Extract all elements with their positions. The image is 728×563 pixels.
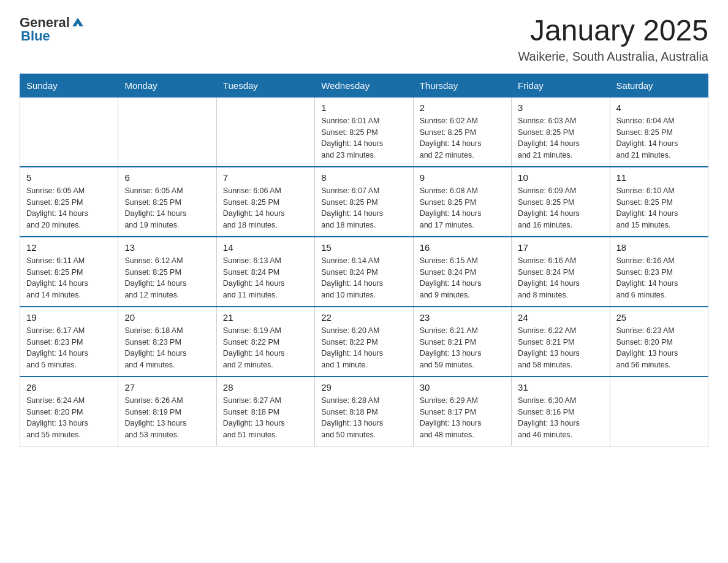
calendar-week-row: 12Sunrise: 6:11 AMSunset: 8:25 PMDayligh…: [20, 237, 708, 307]
calendar-day-cell: 31Sunrise: 6:30 AMSunset: 8:16 PMDayligh…: [512, 377, 610, 446]
day-number: 2: [420, 102, 505, 113]
day-number: 30: [420, 382, 505, 393]
day-info: Sunrise: 6:13 AMSunset: 8:24 PMDaylight:…: [223, 255, 308, 301]
day-header-thursday: Thursday: [413, 74, 511, 97]
calendar-subtitle: Waikerie, South Australia, Australia: [518, 50, 708, 64]
calendar-day-cell: 6Sunrise: 6:05 AMSunset: 8:25 PMDaylight…: [118, 167, 216, 237]
day-header-friday: Friday: [512, 74, 610, 97]
calendar-day-cell: 10Sunrise: 6:09 AMSunset: 8:25 PMDayligh…: [512, 167, 610, 237]
calendar-day-cell: 11Sunrise: 6:10 AMSunset: 8:25 PMDayligh…: [610, 167, 708, 237]
calendar-day-cell: 25Sunrise: 6:23 AMSunset: 8:20 PMDayligh…: [610, 307, 708, 377]
day-info: Sunrise: 6:20 AMSunset: 8:22 PMDaylight:…: [321, 325, 406, 371]
calendar-day-cell: 14Sunrise: 6:13 AMSunset: 8:24 PMDayligh…: [216, 237, 314, 307]
calendar-day-cell: 19Sunrise: 6:17 AMSunset: 8:23 PMDayligh…: [20, 307, 118, 377]
calendar-day-cell: 17Sunrise: 6:16 AMSunset: 8:24 PMDayligh…: [512, 237, 610, 307]
day-info: Sunrise: 6:01 AMSunset: 8:25 PMDaylight:…: [321, 115, 406, 161]
day-number: 26: [26, 382, 112, 393]
day-info: Sunrise: 6:06 AMSunset: 8:25 PMDaylight:…: [223, 185, 308, 231]
logo-blue: Blue: [21, 28, 50, 44]
day-number: 14: [223, 242, 308, 253]
day-number: 19: [26, 312, 112, 323]
calendar-day-cell: [610, 377, 708, 446]
calendar-day-cell: 29Sunrise: 6:28 AMSunset: 8:18 PMDayligh…: [315, 377, 413, 446]
day-info: Sunrise: 6:05 AMSunset: 8:25 PMDaylight:…: [26, 185, 112, 231]
calendar-day-cell: 24Sunrise: 6:22 AMSunset: 8:21 PMDayligh…: [512, 307, 610, 377]
day-header-saturday: Saturday: [610, 74, 708, 97]
day-info: Sunrise: 6:12 AMSunset: 8:25 PMDaylight:…: [124, 255, 210, 301]
day-info: Sunrise: 6:19 AMSunset: 8:22 PMDaylight:…: [223, 325, 308, 371]
day-number: 28: [223, 382, 308, 393]
day-info: Sunrise: 6:26 AMSunset: 8:19 PMDaylight:…: [124, 395, 210, 441]
title-section: January 2025 Waikerie, South Australia, …: [518, 15, 708, 64]
day-number: 5: [26, 172, 112, 183]
day-info: Sunrise: 6:16 AMSunset: 8:23 PMDaylight:…: [616, 255, 702, 301]
calendar-day-cell: 26Sunrise: 6:24 AMSunset: 8:20 PMDayligh…: [20, 377, 118, 446]
calendar-title: January 2025: [518, 15, 708, 47]
logo: General Blue: [20, 15, 85, 44]
calendar-day-cell: 27Sunrise: 6:26 AMSunset: 8:19 PMDayligh…: [118, 377, 216, 446]
day-info: Sunrise: 6:08 AMSunset: 8:25 PMDaylight:…: [420, 185, 505, 231]
day-number: 9: [420, 172, 505, 183]
day-info: Sunrise: 6:18 AMSunset: 8:23 PMDaylight:…: [124, 325, 210, 371]
day-number: 23: [420, 312, 505, 323]
day-info: Sunrise: 6:05 AMSunset: 8:25 PMDaylight:…: [124, 185, 210, 231]
day-number: 6: [124, 172, 210, 183]
page-header: General Blue January 2025 Waikerie, Sout…: [20, 15, 708, 64]
logo-icon: [71, 15, 85, 29]
day-info: Sunrise: 6:03 AMSunset: 8:25 PMDaylight:…: [518, 115, 603, 161]
day-info: Sunrise: 6:28 AMSunset: 8:18 PMDaylight:…: [321, 395, 406, 441]
day-header-tuesday: Tuesday: [216, 74, 314, 97]
day-info: Sunrise: 6:14 AMSunset: 8:24 PMDaylight:…: [321, 255, 406, 301]
calendar-day-cell: 12Sunrise: 6:11 AMSunset: 8:25 PMDayligh…: [20, 237, 118, 307]
calendar-day-cell: 2Sunrise: 6:02 AMSunset: 8:25 PMDaylight…: [413, 97, 511, 167]
day-info: Sunrise: 6:10 AMSunset: 8:25 PMDaylight:…: [616, 185, 702, 231]
calendar-day-cell: 30Sunrise: 6:29 AMSunset: 8:17 PMDayligh…: [413, 377, 511, 446]
calendar-day-cell: 20Sunrise: 6:18 AMSunset: 8:23 PMDayligh…: [118, 307, 216, 377]
day-number: 20: [124, 312, 210, 323]
day-info: Sunrise: 6:09 AMSunset: 8:25 PMDaylight:…: [518, 185, 603, 231]
day-number: 21: [223, 312, 308, 323]
day-number: 17: [518, 242, 603, 253]
day-info: Sunrise: 6:21 AMSunset: 8:21 PMDaylight:…: [420, 325, 505, 371]
day-info: Sunrise: 6:04 AMSunset: 8:25 PMDaylight:…: [616, 115, 702, 161]
calendar-day-cell: 7Sunrise: 6:06 AMSunset: 8:25 PMDaylight…: [216, 167, 314, 237]
calendar-day-cell: 8Sunrise: 6:07 AMSunset: 8:25 PMDaylight…: [315, 167, 413, 237]
calendar-day-cell: 23Sunrise: 6:21 AMSunset: 8:21 PMDayligh…: [413, 307, 511, 377]
day-number: 4: [616, 102, 702, 113]
day-number: 27: [124, 382, 210, 393]
calendar-week-row: 19Sunrise: 6:17 AMSunset: 8:23 PMDayligh…: [20, 307, 708, 377]
day-number: 24: [518, 312, 603, 323]
day-number: 18: [616, 242, 702, 253]
calendar-day-cell: 13Sunrise: 6:12 AMSunset: 8:25 PMDayligh…: [118, 237, 216, 307]
calendar-table: SundayMondayTuesdayWednesdayThursdayFrid…: [20, 74, 708, 446]
calendar-day-cell: 1Sunrise: 6:01 AMSunset: 8:25 PMDaylight…: [315, 97, 413, 167]
day-info: Sunrise: 6:02 AMSunset: 8:25 PMDaylight:…: [420, 115, 505, 161]
day-number: 31: [518, 382, 603, 393]
day-info: Sunrise: 6:27 AMSunset: 8:18 PMDaylight:…: [223, 395, 308, 441]
day-info: Sunrise: 6:23 AMSunset: 8:20 PMDaylight:…: [616, 325, 702, 371]
day-number: 7: [223, 172, 308, 183]
calendar-day-cell: 21Sunrise: 6:19 AMSunset: 8:22 PMDayligh…: [216, 307, 314, 377]
calendar-day-cell: 9Sunrise: 6:08 AMSunset: 8:25 PMDaylight…: [413, 167, 511, 237]
day-info: Sunrise: 6:30 AMSunset: 8:16 PMDaylight:…: [518, 395, 603, 441]
calendar-day-cell: 16Sunrise: 6:15 AMSunset: 8:24 PMDayligh…: [413, 237, 511, 307]
day-number: 3: [518, 102, 603, 113]
day-header-monday: Monday: [118, 74, 216, 97]
day-number: 22: [321, 312, 406, 323]
calendar-day-cell: 3Sunrise: 6:03 AMSunset: 8:25 PMDaylight…: [512, 97, 610, 167]
calendar-header-row: SundayMondayTuesdayWednesdayThursdayFrid…: [20, 74, 708, 97]
day-number: 8: [321, 172, 406, 183]
day-info: Sunrise: 6:15 AMSunset: 8:24 PMDaylight:…: [420, 255, 505, 301]
calendar-day-cell: 28Sunrise: 6:27 AMSunset: 8:18 PMDayligh…: [216, 377, 314, 446]
calendar-week-row: 26Sunrise: 6:24 AMSunset: 8:20 PMDayligh…: [20, 377, 708, 446]
calendar-week-row: 1Sunrise: 6:01 AMSunset: 8:25 PMDaylight…: [20, 97, 708, 167]
day-number: 16: [420, 242, 505, 253]
day-number: 15: [321, 242, 406, 253]
day-info: Sunrise: 6:07 AMSunset: 8:25 PMDaylight:…: [321, 185, 406, 231]
day-number: 25: [616, 312, 702, 323]
day-header-sunday: Sunday: [20, 74, 118, 97]
day-info: Sunrise: 6:29 AMSunset: 8:17 PMDaylight:…: [420, 395, 505, 441]
calendar-day-cell: 22Sunrise: 6:20 AMSunset: 8:22 PMDayligh…: [315, 307, 413, 377]
day-info: Sunrise: 6:11 AMSunset: 8:25 PMDaylight:…: [26, 255, 112, 301]
day-number: 29: [321, 382, 406, 393]
